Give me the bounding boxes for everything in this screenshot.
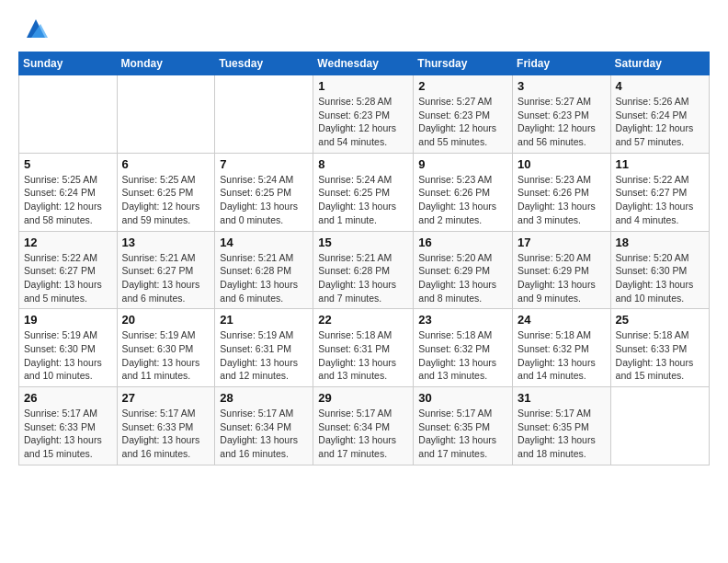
day-number: 19 bbox=[24, 313, 112, 327]
day-of-week-header: Monday bbox=[117, 52, 215, 75]
calendar-cell bbox=[117, 75, 215, 154]
day-info: Sunrise: 5:17 AMSunset: 6:33 PMDaylight:… bbox=[24, 407, 112, 461]
day-number: 16 bbox=[418, 236, 507, 249]
calendar-header-row: SundayMondayTuesdayWednesdayThursdayFrid… bbox=[19, 52, 710, 75]
calendar-week-row: 19Sunrise: 5:19 AMSunset: 6:30 PMDayligh… bbox=[19, 309, 710, 387]
day-number: 8 bbox=[318, 157, 408, 171]
day-info: Sunrise: 5:17 AMSunset: 6:34 PMDaylight:… bbox=[318, 407, 408, 461]
day-info: Sunrise: 5:18 AMSunset: 6:32 PMDaylight:… bbox=[518, 328, 606, 383]
calendar-cell: 6Sunrise: 5:25 AMSunset: 6:25 PMDaylight… bbox=[117, 153, 215, 231]
day-number: 29 bbox=[318, 391, 408, 405]
day-number: 17 bbox=[518, 236, 606, 249]
day-info: Sunrise: 5:18 AMSunset: 6:33 PMDaylight:… bbox=[616, 328, 704, 383]
day-info: Sunrise: 5:21 AMSunset: 6:27 PMDaylight:… bbox=[122, 251, 210, 305]
day-number: 1 bbox=[318, 79, 408, 93]
day-number: 30 bbox=[418, 391, 507, 405]
day-info: Sunrise: 5:20 AMSunset: 6:29 PMDaylight:… bbox=[518, 251, 606, 305]
calendar-cell: 17Sunrise: 5:20 AMSunset: 6:29 PMDayligh… bbox=[513, 231, 611, 309]
calendar-cell: 13Sunrise: 5:21 AMSunset: 6:27 PMDayligh… bbox=[117, 231, 215, 309]
calendar-cell: 23Sunrise: 5:18 AMSunset: 6:32 PMDayligh… bbox=[414, 309, 513, 387]
day-number: 4 bbox=[616, 79, 704, 93]
day-of-week-header: Friday bbox=[513, 52, 611, 75]
day-number: 15 bbox=[318, 236, 408, 249]
day-of-week-header: Thursday bbox=[414, 52, 513, 75]
day-number: 18 bbox=[616, 236, 704, 249]
day-info: Sunrise: 5:22 AMSunset: 6:27 PMDaylight:… bbox=[24, 251, 112, 305]
day-info: Sunrise: 5:18 AMSunset: 6:31 PMDaylight:… bbox=[318, 328, 408, 383]
calendar-cell: 8Sunrise: 5:24 AMSunset: 6:25 PMDaylight… bbox=[313, 153, 414, 231]
calendar-cell: 28Sunrise: 5:17 AMSunset: 6:34 PMDayligh… bbox=[215, 387, 313, 465]
calendar-week-row: 12Sunrise: 5:22 AMSunset: 6:27 PMDayligh… bbox=[19, 231, 710, 309]
day-number: 24 bbox=[518, 313, 606, 327]
calendar-cell: 1Sunrise: 5:28 AMSunset: 6:23 PMDaylight… bbox=[313, 75, 414, 154]
calendar-cell: 4Sunrise: 5:26 AMSunset: 6:24 PMDaylight… bbox=[610, 75, 709, 154]
day-number: 31 bbox=[518, 391, 606, 405]
calendar-week-row: 1Sunrise: 5:28 AMSunset: 6:23 PMDaylight… bbox=[19, 75, 710, 154]
day-info: Sunrise: 5:20 AMSunset: 6:29 PMDaylight:… bbox=[418, 251, 507, 305]
calendar-cell: 31Sunrise: 5:17 AMSunset: 6:35 PMDayligh… bbox=[513, 387, 611, 465]
calendar-cell: 12Sunrise: 5:22 AMSunset: 6:27 PMDayligh… bbox=[19, 231, 118, 309]
calendar-cell bbox=[19, 75, 118, 154]
calendar-cell: 3Sunrise: 5:27 AMSunset: 6:23 PMDaylight… bbox=[513, 75, 611, 154]
day-info: Sunrise: 5:27 AMSunset: 6:23 PMDaylight:… bbox=[418, 95, 507, 149]
day-info: Sunrise: 5:25 AMSunset: 6:24 PMDaylight:… bbox=[24, 173, 112, 227]
day-info: Sunrise: 5:23 AMSunset: 6:26 PMDaylight:… bbox=[418, 173, 507, 227]
day-number: 20 bbox=[122, 313, 210, 327]
logo-icon bbox=[22, 15, 50, 42]
calendar-cell: 7Sunrise: 5:24 AMSunset: 6:25 PMDaylight… bbox=[215, 153, 313, 231]
day-info: Sunrise: 5:24 AMSunset: 6:25 PMDaylight:… bbox=[318, 173, 408, 227]
day-number: 13 bbox=[122, 236, 210, 249]
calendar-cell: 5Sunrise: 5:25 AMSunset: 6:24 PMDaylight… bbox=[19, 153, 118, 231]
calendar-cell: 26Sunrise: 5:17 AMSunset: 6:33 PMDayligh… bbox=[19, 387, 118, 465]
day-info: Sunrise: 5:22 AMSunset: 6:27 PMDaylight:… bbox=[616, 173, 704, 227]
logo bbox=[18, 15, 50, 42]
calendar-cell: 18Sunrise: 5:20 AMSunset: 6:30 PMDayligh… bbox=[610, 231, 709, 309]
day-number: 26 bbox=[24, 391, 112, 405]
calendar-cell: 22Sunrise: 5:18 AMSunset: 6:31 PMDayligh… bbox=[313, 309, 414, 387]
day-number: 21 bbox=[220, 313, 308, 327]
calendar-cell: 11Sunrise: 5:22 AMSunset: 6:27 PMDayligh… bbox=[610, 153, 709, 231]
day-info: Sunrise: 5:19 AMSunset: 6:30 PMDaylight:… bbox=[122, 328, 210, 383]
header bbox=[18, 15, 710, 42]
calendar-cell: 9Sunrise: 5:23 AMSunset: 6:26 PMDaylight… bbox=[414, 153, 513, 231]
day-of-week-header: Saturday bbox=[610, 52, 709, 75]
calendar-week-row: 26Sunrise: 5:17 AMSunset: 6:33 PMDayligh… bbox=[19, 387, 710, 465]
calendar-cell: 30Sunrise: 5:17 AMSunset: 6:35 PMDayligh… bbox=[414, 387, 513, 465]
calendar-cell: 14Sunrise: 5:21 AMSunset: 6:28 PMDayligh… bbox=[215, 231, 313, 309]
day-number: 14 bbox=[220, 236, 308, 249]
day-number: 27 bbox=[122, 391, 210, 405]
day-info: Sunrise: 5:25 AMSunset: 6:25 PMDaylight:… bbox=[122, 173, 210, 227]
calendar-cell bbox=[215, 75, 313, 154]
calendar-cell: 21Sunrise: 5:19 AMSunset: 6:31 PMDayligh… bbox=[215, 309, 313, 387]
day-of-week-header: Wednesday bbox=[313, 52, 414, 75]
day-number: 9 bbox=[418, 157, 507, 171]
day-info: Sunrise: 5:17 AMSunset: 6:35 PMDaylight:… bbox=[518, 407, 606, 461]
day-info: Sunrise: 5:17 AMSunset: 6:34 PMDaylight:… bbox=[220, 407, 308, 461]
day-number: 11 bbox=[616, 157, 704, 171]
day-info: Sunrise: 5:20 AMSunset: 6:30 PMDaylight:… bbox=[616, 251, 704, 305]
day-of-week-header: Tuesday bbox=[215, 52, 313, 75]
day-info: Sunrise: 5:23 AMSunset: 6:26 PMDaylight:… bbox=[518, 173, 606, 227]
calendar-cell bbox=[610, 387, 709, 465]
day-number: 10 bbox=[518, 157, 606, 171]
day-info: Sunrise: 5:21 AMSunset: 6:28 PMDaylight:… bbox=[220, 251, 308, 305]
day-info: Sunrise: 5:17 AMSunset: 6:33 PMDaylight:… bbox=[122, 407, 210, 461]
day-info: Sunrise: 5:26 AMSunset: 6:24 PMDaylight:… bbox=[616, 95, 704, 149]
day-info: Sunrise: 5:19 AMSunset: 6:31 PMDaylight:… bbox=[220, 328, 308, 383]
day-number: 12 bbox=[24, 236, 112, 249]
calendar-cell: 29Sunrise: 5:17 AMSunset: 6:34 PMDayligh… bbox=[313, 387, 414, 465]
calendar-cell: 19Sunrise: 5:19 AMSunset: 6:30 PMDayligh… bbox=[19, 309, 118, 387]
day-info: Sunrise: 5:17 AMSunset: 6:35 PMDaylight:… bbox=[418, 407, 507, 461]
calendar-cell: 2Sunrise: 5:27 AMSunset: 6:23 PMDaylight… bbox=[414, 75, 513, 154]
day-info: Sunrise: 5:21 AMSunset: 6:28 PMDaylight:… bbox=[318, 251, 408, 305]
calendar-cell: 24Sunrise: 5:18 AMSunset: 6:32 PMDayligh… bbox=[513, 309, 611, 387]
day-number: 28 bbox=[220, 391, 308, 405]
day-number: 25 bbox=[616, 313, 704, 327]
calendar-cell: 15Sunrise: 5:21 AMSunset: 6:28 PMDayligh… bbox=[313, 231, 414, 309]
calendar-cell: 27Sunrise: 5:17 AMSunset: 6:33 PMDayligh… bbox=[117, 387, 215, 465]
calendar: SundayMondayTuesdayWednesdayThursdayFrid… bbox=[18, 52, 710, 465]
day-info: Sunrise: 5:19 AMSunset: 6:30 PMDaylight:… bbox=[24, 328, 112, 383]
page: SundayMondayTuesdayWednesdayThursdayFrid… bbox=[0, 0, 728, 475]
day-number: 5 bbox=[24, 157, 112, 171]
day-number: 7 bbox=[220, 157, 308, 171]
